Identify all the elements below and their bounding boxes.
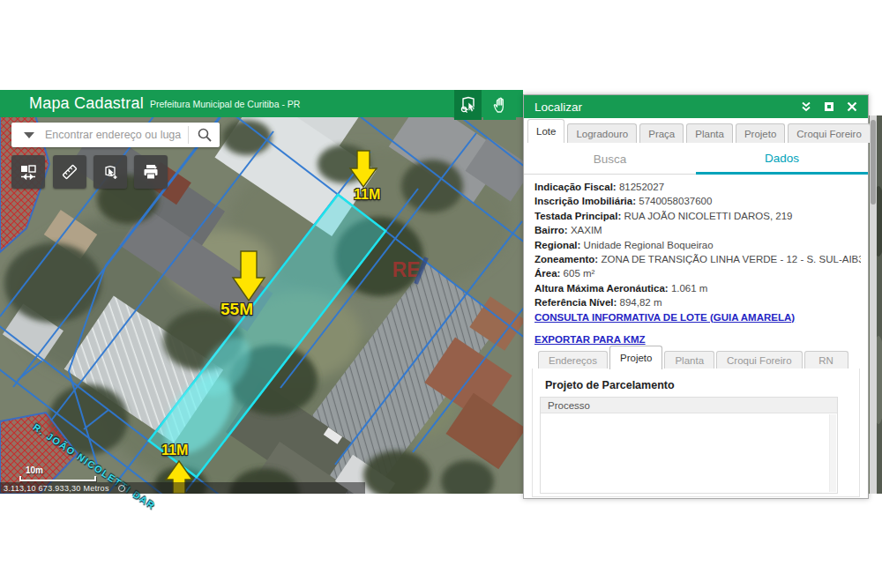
back-measure-label: 11M [161,443,188,458]
field-altura-maxima: Altura Máxima Aeronáutica: 1.061 m [534,281,861,295]
search-source-dropdown[interactable] [24,132,34,138]
swipe-icon [19,162,38,182]
print-icon [141,162,161,182]
consulta-informativa-link[interactable]: CONSULTA INFORMATIVA DE LOTE (GUIA AMARE… [534,310,861,324]
tab-enderecos[interactable]: Endereços [538,351,608,369]
print-tool-button[interactable] [134,155,168,189]
front-measure-label: 11M [354,187,380,203]
locate-icon [118,485,125,492]
processo-list: Processo [540,397,838,494]
localizar-panel: Localizar Lote Logradouro Praça [523,94,869,499]
coordinate-bar: 3.113,10 673.933,30 Metros [0,482,365,494]
chevron-double-down-icon [800,100,812,113]
list-scrollbar[interactable] [829,414,836,492]
app-title: Mapa Cadastral [29,94,144,113]
search-box [11,123,220,147]
collapse-panel-button[interactable] [797,99,815,115]
field-zoneamento: Zoneamento: ZONA DE TRANSIÇÃO LINHA VERD… [534,252,861,266]
tab-projeto[interactable]: Projeto [736,123,785,143]
ruler-icon [60,162,79,182]
lot-data-fields: Indicação Fiscal: 81252027 Inscrição Imo… [534,180,861,346]
scale-bar [19,476,96,481]
subtab-busca[interactable]: Busca [524,145,696,175]
field-bairro: Bairro: XAXIM [534,223,861,237]
select-features-button[interactable] [93,155,127,189]
side-measure-label: 55M [220,300,253,319]
field-testada-principal: Testada Principal: RUA JOÃO NICOLETTI DA… [534,209,861,223]
search-icon [197,127,213,143]
identify-tool-button[interactable] [454,90,482,120]
processo-column-header[interactable]: Processo [541,398,837,413]
field-regional: Regional: Unidade Regional Boqueirao [534,238,861,252]
app-subtitle: Prefeitura Municipal de Curitiba - PR [150,99,300,109]
search-input[interactable] [43,128,188,142]
page: 11M 55M 11M R. JOÃO NICOLETTI DAR 10m 3.… [0,0,882,588]
tab-planta-detail[interactable]: Planta [664,351,714,369]
pan-tool-button[interactable] [483,90,516,120]
exportar-kmz-link[interactable]: EXPORTAR PARA KMZ [534,332,861,346]
search-button[interactable] [189,123,220,147]
field-inscricao-imobiliaria: Inscrição Imobiliária: 5740058037600 [534,194,861,208]
scale-label: 10m [26,465,43,475]
tab-lote[interactable]: Lote [527,119,564,143]
subtab-dados[interactable]: Dados [696,145,868,175]
maximize-panel-button[interactable] [820,99,838,115]
coordinate-readout: 3.113,10 673.933,30 Metros [4,484,109,493]
scrollbar-thumb[interactable] [871,120,876,205]
page-scrollbar[interactable] [870,115,877,494]
app-header: Mapa Cadastral Prefeitura Municipal de C… [0,90,523,117]
hand-icon [490,95,510,115]
tab-croqui-foreiro[interactable]: Croqui Foreiro [788,123,871,143]
remax-watermark: RE [392,258,421,282]
tab-planta[interactable]: Planta [686,123,733,143]
square-icon [824,101,834,112]
tab-croqui-foreiro-detail[interactable]: Croqui Foreiro [716,351,803,369]
detail-tabs: Endereços Projeto Planta Croqui Foreiro … [538,346,859,369]
identify-map-icon [459,95,478,115]
close-icon [847,101,857,112]
field-referencia-nivel: Referência Nível: 894,82 m [534,295,861,309]
close-panel-button[interactable] [843,99,861,115]
panel-header: Localizar [524,95,868,118]
field-indicacao-fiscal: Indicação Fiscal: 81252027 [534,180,861,194]
panel-tabs: Lote Logradouro Praça Planta Projeto Cro… [527,119,865,143]
lote-subtabs: Busca Dados [524,145,868,175]
swipe-tool-button[interactable] [11,155,45,189]
tab-logradouro[interactable]: Logradouro [567,123,637,143]
panel-title: Localizar [534,100,582,114]
tab-rn[interactable]: RN [804,351,848,369]
tab-praca[interactable]: Praça [639,123,684,143]
select-features-icon [101,162,120,182]
measure-tool-button[interactable] [53,155,86,189]
field-area: Área: 605 m² [534,266,861,280]
section-title: Projeto de Parcelamento [545,379,675,391]
tab-projeto-detail[interactable]: Projeto [609,346,662,369]
